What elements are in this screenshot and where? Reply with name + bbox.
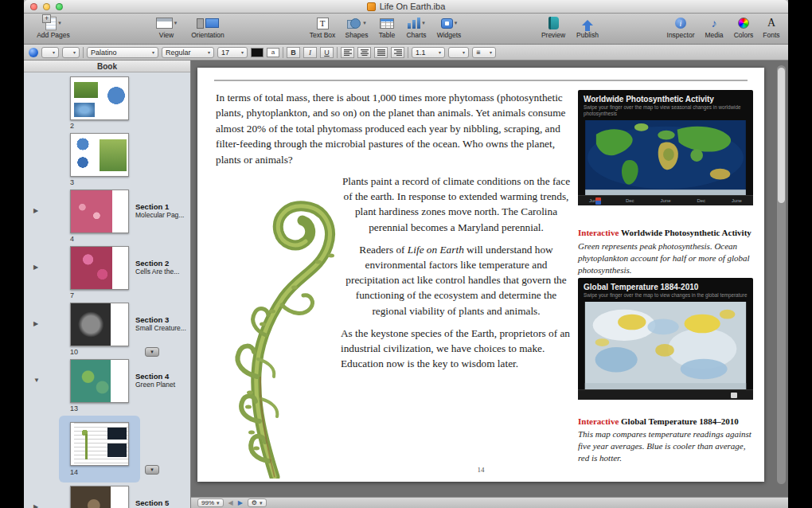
- next-page-button[interactable]: ▶: [238, 499, 243, 506]
- body-text-paragraph-2: Plants paint a record of climate conditi…: [341, 174, 572, 235]
- fern-illustration[interactable]: [199, 168, 362, 479]
- page-number-label: 2: [70, 122, 74, 130]
- photosynthesis-widget[interactable]: Worldwide Photosynthetic Activity Swipe …: [578, 90, 753, 205]
- fonts-icon: A: [767, 18, 775, 29]
- list-style-select[interactable]: ≣▾: [472, 47, 496, 58]
- page-footer-number: 14: [197, 466, 764, 474]
- orientation-button[interactable]: Orientation: [185, 15, 231, 39]
- paragraph-style-icon[interactable]: [29, 48, 38, 57]
- align-justify-button[interactable]: [374, 47, 388, 58]
- page-options-button[interactable]: ⚙ ▾: [248, 498, 267, 507]
- document-page[interactable]: In terms of total mass, there is about 1…: [197, 68, 764, 482]
- minimize-button[interactable]: [43, 3, 50, 10]
- charts-icon: [408, 18, 420, 29]
- page-14-thumbnail[interactable]: [70, 422, 129, 466]
- align-left-button[interactable]: [341, 47, 354, 58]
- widgets-button[interactable]: ▾ Widgets: [431, 15, 467, 39]
- add-pages-label: Add Pages: [37, 31, 70, 39]
- colors-button[interactable]: Colors: [729, 15, 758, 39]
- disclosure-triangle-icon[interactable]: ▶: [33, 264, 38, 271]
- fonts-button[interactable]: A Fonts: [758, 15, 785, 39]
- app-window: Life On Earth.iba ▾ Add Pages ▾ View Ori…: [24, 0, 788, 508]
- publish-button[interactable]: Publish: [572, 15, 603, 39]
- body-text-column[interactable]: Plants paint a record of climate conditi…: [341, 174, 572, 378]
- sidebar-page-14-selected[interactable]: 14 ▼: [24, 416, 190, 484]
- section-5-thumbnail[interactable]: [70, 486, 129, 508]
- page-10-thumbnail[interactable]: [70, 303, 129, 346]
- table-button[interactable]: Table: [373, 15, 401, 39]
- page-7-thumbnail[interactable]: [70, 246, 129, 290]
- background-color-well[interactable]: a: [267, 48, 279, 57]
- zoom-select[interactable]: 99% ▾: [197, 498, 224, 507]
- timeline-label: Dec: [697, 198, 705, 203]
- inspector-button[interactable]: i Inspector: [662, 15, 699, 39]
- page-3-thumbnail[interactable]: [70, 133, 129, 177]
- section-name: Section 1: [135, 202, 188, 211]
- body-text-paragraph-1[interactable]: In terms of total mass, there is about 1…: [216, 90, 570, 167]
- character-style-mini-select[interactable]: ▾: [62, 47, 80, 58]
- scrubber-handle[interactable]: [731, 393, 737, 398]
- divider: [83, 47, 84, 58]
- vertical-scrollbar[interactable]: [777, 65, 786, 484]
- widget-column: Worldwide Photosynthetic Activity Swipe …: [578, 68, 758, 482]
- previous-page-button[interactable]: ◀: [228, 499, 233, 506]
- widget-caption-body-1[interactable]: Green represents peak photosynthesis. Oc…: [578, 240, 756, 275]
- text-color-well[interactable]: [251, 48, 264, 57]
- widget-caption-1[interactable]: Interactive Worldwide Photosynthetic Act…: [578, 228, 756, 237]
- timeline-scrubber[interactable]: June Dec June Dec June: [578, 195, 753, 205]
- title-bar[interactable]: Life On Earth.iba: [24, 0, 788, 14]
- page-4-thumbnail[interactable]: [70, 190, 129, 233]
- scrollbar-thumb[interactable]: [778, 68, 785, 203]
- widget-caption-body-2[interactable]: This map compares temperature readings a…: [578, 428, 756, 463]
- sidebar-section-1[interactable]: ▶ 4 Section 1 Molecular Pag...: [24, 190, 190, 246]
- align-right-button[interactable]: [391, 47, 404, 58]
- format-bar: ▾ ▾ Palatino▾ Regular▾ 17▾ a B I U: [24, 45, 788, 61]
- align-center-button[interactable]: [357, 47, 371, 58]
- sidebar-section-3[interactable]: ▶ 10 Section 3 Small Creature... ▼: [24, 303, 190, 359]
- view-button[interactable]: ▾ View: [148, 15, 185, 39]
- sidebar-section-5[interactable]: ▶ Section 5: [24, 486, 190, 508]
- text-box-button[interactable]: T Text Box: [304, 15, 341, 39]
- zoom-button[interactable]: [56, 3, 63, 10]
- layout-canvas[interactable]: In terms of total mass, there is about 1…: [191, 61, 788, 497]
- italic-button[interactable]: I: [303, 47, 317, 58]
- preview-button[interactable]: Preview: [535, 15, 572, 39]
- sidebar-section-4[interactable]: ▼ 13 Section 4 Green Planet: [24, 359, 190, 416]
- timeline-label: June: [660, 198, 670, 203]
- timeline-label: Dec: [626, 198, 634, 203]
- year-scrubber[interactable]: [578, 389, 753, 400]
- disclosure-triangle-icon[interactable]: ▶: [33, 207, 38, 214]
- font-style-select[interactable]: Regular▾: [162, 47, 214, 58]
- disclosure-triangle-icon[interactable]: ▶: [33, 320, 38, 327]
- sidebar-page-2[interactable]: 2: [24, 76, 190, 133]
- widget-caption-2[interactable]: Interactive Global Temperature 1884–2010: [578, 416, 756, 426]
- book-sidebar: Book 2 3 ▶ 4 Sectio: [24, 61, 191, 508]
- inspector-icon: i: [675, 18, 686, 29]
- style-mini-select[interactable]: ▾: [41, 47, 59, 58]
- line-spacing-select[interactable]: 1.1▾: [412, 47, 445, 58]
- interactive-tag: Interactive: [578, 416, 619, 426]
- columns-select[interactable]: ▾: [448, 47, 469, 58]
- underline-button[interactable]: U: [320, 47, 334, 58]
- sidebar-page-3[interactable]: 3: [24, 133, 190, 190]
- media-button[interactable]: ♪ Media: [699, 15, 729, 39]
- font-size-select[interactable]: 17▾: [217, 47, 248, 58]
- sidebar-section-2[interactable]: ▶ 7 Section 2 Cells Are the...: [24, 246, 190, 303]
- charts-button[interactable]: ▾ Charts: [401, 15, 431, 39]
- close-button[interactable]: [30, 3, 37, 10]
- temperature-widget[interactable]: Global Temperature 1884-2010 Swipe your …: [578, 278, 753, 400]
- font-family-select[interactable]: Palatino▾: [87, 47, 158, 58]
- widget-disclosure-button[interactable]: ▼: [145, 465, 159, 475]
- section-name: Section 4: [135, 372, 188, 381]
- shapes-icon: [347, 18, 361, 29]
- timeline-marker[interactable]: [595, 197, 601, 205]
- disclosure-triangle-icon[interactable]: ▶: [33, 503, 38, 508]
- chevron-down-icon: ▾: [260, 500, 263, 506]
- disclosure-triangle-icon[interactable]: ▼: [33, 377, 40, 384]
- shapes-button[interactable]: ▾ Shapes: [341, 15, 373, 39]
- bold-button[interactable]: B: [287, 47, 300, 58]
- page-2-thumbnail[interactable]: [70, 76, 129, 120]
- add-pages-button[interactable]: ▾ Add Pages: [35, 15, 72, 39]
- widget-disclosure-button[interactable]: ▼: [145, 347, 159, 357]
- page-13-thumbnail[interactable]: [70, 359, 129, 403]
